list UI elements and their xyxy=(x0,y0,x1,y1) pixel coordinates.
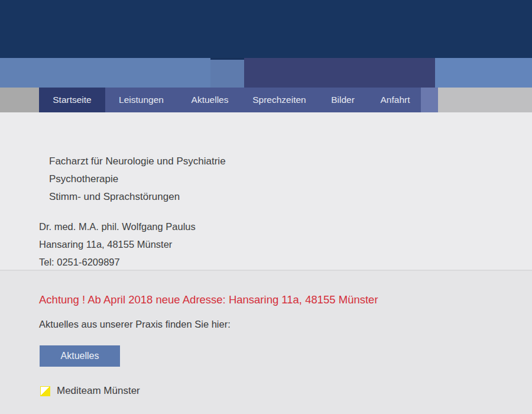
header-stripe-right xyxy=(435,58,532,88)
nav-item-sprechzeiten[interactable]: Sprechzeiten xyxy=(242,88,316,112)
intro-section: Facharzt für Neurologie und Psychiatrie … xyxy=(0,112,532,270)
header-stripe-middle xyxy=(244,58,435,88)
specialty-block: Facharzt für Neurologie und Psychiatrie … xyxy=(49,153,226,206)
nav-end-cap xyxy=(421,88,438,112)
address-change-alert: Achtung ! Ab April 2018 neue Adresse: Ha… xyxy=(39,293,378,306)
aktuelles-button-label: Aktuelles xyxy=(61,351,99,361)
specialty-line: Facharzt für Neurologie und Psychiatrie xyxy=(49,153,226,170)
nav-right-spacer xyxy=(438,88,532,112)
nav-left-spacer xyxy=(0,88,39,112)
nav-item-label: Sprechzeiten xyxy=(252,95,306,105)
address-line: Hansaring 11a, 48155 Münster xyxy=(39,235,196,253)
nav-item-label: Anfahrt xyxy=(381,95,410,105)
nav-item-aktuelles[interactable]: Aktuelles xyxy=(177,88,242,112)
praxis-homepage: Startseite Leistungen Aktuelles Sprechze… xyxy=(0,0,532,414)
aktuelles-button[interactable]: Aktuelles xyxy=(40,345,120,367)
nav-item-bilder[interactable]: Bilder xyxy=(316,88,369,112)
header-stripe-left-shade xyxy=(210,58,244,88)
contact-block: Dr. med. M.A. phil. Wolfgang Paulus Hans… xyxy=(39,218,196,271)
nav-item-startseite[interactable]: Startseite xyxy=(39,88,105,112)
header-stripe-notch xyxy=(210,58,244,60)
news-section: Achtung ! Ab April 2018 neue Adresse: Ha… xyxy=(0,271,532,414)
specialty-line: Psychotherapie xyxy=(49,170,226,188)
header-stripe-left xyxy=(0,58,210,88)
nav-item-label: Aktuelles xyxy=(192,95,229,105)
nav-item-label: Bilder xyxy=(331,95,355,105)
mediteam-link[interactable]: Mediteam Münster xyxy=(40,386,140,396)
header-stripe xyxy=(0,58,532,88)
nav-item-anfahrt[interactable]: Anfahrt xyxy=(369,88,421,112)
phone-line: Tel: 0251-6209897 xyxy=(39,253,196,271)
doctor-name: Dr. med. M.A. phil. Wolfgang Paulus xyxy=(39,218,196,235)
yellow-bookmark-icon xyxy=(40,386,50,396)
news-hint: Aktuelles aus unserer Praxis finden Sie … xyxy=(39,319,231,330)
main-navigation-row: Startseite Leistungen Aktuelles Sprechze… xyxy=(0,88,532,112)
mediteam-link-label: Mediteam Münster xyxy=(57,385,140,397)
header-banner xyxy=(0,0,532,58)
nav-item-label: Startseite xyxy=(53,95,91,105)
specialty-line: Stimm- und Sprachstörungen xyxy=(49,188,226,206)
main-navigation: Startseite Leistungen Aktuelles Sprechze… xyxy=(39,88,421,112)
nav-item-leistungen[interactable]: Leistungen xyxy=(105,88,177,112)
nav-item-label: Leistungen xyxy=(119,95,164,105)
